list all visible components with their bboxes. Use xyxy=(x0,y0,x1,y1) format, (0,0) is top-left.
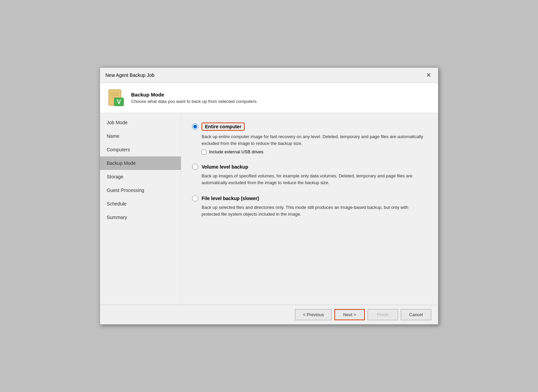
sidebar-item-name[interactable]: Name xyxy=(100,129,181,143)
sidebar: Job Mode Name Computers Backup Mode Stor… xyxy=(100,113,181,305)
radio-volume-level[interactable] xyxy=(192,164,198,170)
sidebar-item-guest-processing[interactable]: Guest Processing xyxy=(100,183,181,197)
option-label-entire: Entire computer xyxy=(205,124,241,129)
close-button[interactable]: ✕ xyxy=(425,71,433,79)
finish-button[interactable]: Finish xyxy=(368,309,398,320)
radio-entire-computer[interactable] xyxy=(192,124,198,130)
header-subtitle: Choose what data you want to back up fro… xyxy=(131,99,258,104)
checkbox-usb-row: Include external USB drives xyxy=(202,149,427,154)
sidebar-item-schedule[interactable]: Schedule xyxy=(100,197,181,211)
dialog-title: New Agent Backup Job xyxy=(105,72,154,78)
previous-button[interactable]: < Previous xyxy=(295,309,332,320)
option-label-file: File level backup (slower) xyxy=(202,196,259,201)
option-header-entire: Entire computer xyxy=(192,123,427,131)
svg-text:V: V xyxy=(117,99,121,105)
main-content: Entire computer Back up entire computer … xyxy=(181,113,438,305)
sidebar-item-job-mode[interactable]: Job Mode xyxy=(100,116,181,129)
cancel-button[interactable]: Cancel xyxy=(401,309,431,320)
option-label-volume: Volume level backup xyxy=(202,164,248,170)
option-file-level: File level backup (slower) Back up selec… xyxy=(192,195,427,217)
radio-file-level[interactable] xyxy=(192,195,198,201)
header-section: V Backup Mode Choose what data you want … xyxy=(100,83,438,113)
next-button[interactable]: Next > xyxy=(334,309,365,320)
header-icon: V xyxy=(107,88,126,107)
sidebar-item-summary[interactable]: Summary xyxy=(100,211,181,224)
footer: < Previous Next > Finish Cancel xyxy=(100,305,438,324)
title-bar: New Agent Backup Job ✕ xyxy=(100,68,438,83)
header-title: Backup Mode xyxy=(131,92,258,97)
sidebar-item-backup-mode[interactable]: Backup Mode xyxy=(100,156,181,170)
option-entire-computer: Entire computer Back up entire computer … xyxy=(192,123,427,154)
option-desc-file: Back up selected files and directories o… xyxy=(202,204,427,217)
checkbox-usb[interactable] xyxy=(202,150,206,154)
header-text: Backup Mode Choose what data you want to… xyxy=(131,92,258,104)
option-header-file: File level backup (slower) xyxy=(192,195,427,201)
content-area: Job Mode Name Computers Backup Mode Stor… xyxy=(100,113,438,305)
sidebar-item-storage[interactable]: Storage xyxy=(100,170,181,183)
dialog: New Agent Backup Job ✕ V Backup Mode Cho… xyxy=(100,67,438,325)
option-desc-entire: Back up entire computer image for fast r… xyxy=(202,133,427,147)
option-desc-volume: Back up images of specified volumes, for… xyxy=(202,173,427,186)
sidebar-item-computers[interactable]: Computers xyxy=(100,143,181,156)
option-header-volume: Volume level backup xyxy=(192,164,427,170)
option-volume-level: Volume level backup Back up images of sp… xyxy=(192,164,427,186)
checkbox-usb-label: Include external USB drives xyxy=(209,149,263,154)
